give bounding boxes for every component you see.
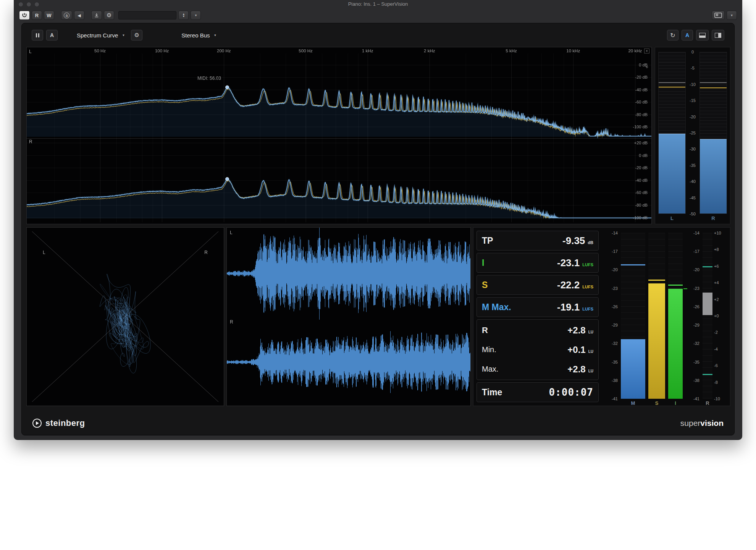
peak-hold-line (700, 82, 727, 83)
loudness-bar-i (668, 233, 683, 399)
loudness-bar-fill (668, 289, 683, 399)
loudness-scale-label: -29 (684, 323, 699, 327)
back-button[interactable]: ◀ (74, 11, 84, 20)
range-mark (703, 374, 712, 375)
close-window-button[interactable] (18, 2, 23, 7)
channel-select[interactable]: Stereo Bus ▼ (179, 31, 219, 40)
midi-note-tooltip: MIDI: 56.03 (197, 76, 221, 81)
plugin-frame: A Spectrum Curve ▼ ⚙ Stereo Bus ▼ ↻ A (21, 23, 735, 435)
titlebar[interactable]: Piano: Ins. 1 – SuperVision (14, 0, 742, 8)
range-scale-label: +8 (714, 247, 728, 252)
loudness-row-s[interactable]: S-22.2LUFS (477, 275, 599, 295)
loudness-row-i[interactable]: I-23.1LUFS (477, 253, 599, 273)
loudness-range-strip (703, 233, 712, 399)
preset-name-field[interactable] (118, 11, 176, 19)
loudness-row-tp[interactable]: TP-9.35dB (477, 231, 599, 251)
sync-button[interactable]: ↻ (667, 30, 678, 40)
add-icon[interactable]: + (645, 64, 648, 70)
range-scale-label: -8 (714, 380, 728, 385)
loudness-scale-label: -14 (603, 231, 618, 235)
sync-icon: ↻ (670, 32, 675, 39)
power-icon (22, 13, 27, 18)
loudness-scale-label: -26 (684, 304, 699, 309)
loudness-scale-label: -23 (603, 286, 618, 291)
module-settings-button[interactable]: ⚙ (131, 30, 142, 40)
close-icon[interactable]: × (644, 49, 649, 53)
brand-name: steinberg (45, 418, 85, 428)
db-tick-label: -80 dB (635, 203, 648, 207)
automation-panel-button[interactable]: a (61, 11, 72, 20)
zoom-window-button[interactable] (34, 2, 39, 7)
level-scale-label: -40 (686, 179, 699, 184)
db-tick-label: -100 dB (633, 125, 648, 129)
write-automation-button[interactable]: W (44, 11, 54, 20)
layout-split-vertical-button[interactable] (712, 30, 724, 40)
level-meter-bar-r (699, 52, 727, 214)
db-tick-label: 0 dB (639, 153, 648, 158)
spectrum-canvas (27, 47, 651, 224)
range-row-unit: LU (588, 349, 593, 354)
loudness-row-unit: LUFS (582, 307, 593, 311)
loudness-bar-m (621, 233, 645, 399)
preset-menu-button[interactable]: ▼ (191, 11, 201, 20)
layout-split-horizontal-button[interactable] (696, 30, 709, 40)
circled-a-icon: a (64, 13, 69, 18)
freq-tick-label: 20 kHz (628, 49, 642, 53)
preset-prev-next-button[interactable]: ▲ ▼ (178, 11, 189, 20)
loudness-scale-label: -20 (603, 267, 618, 272)
db-tick-label: -60 dB (635, 190, 648, 195)
steinberg-logo-icon (32, 419, 42, 428)
chevron-down-icon: ▼ (122, 34, 125, 37)
loudness-row-value: -22.2LUFS (557, 279, 593, 291)
loudness-row-value: -23.1LUFS (557, 257, 593, 269)
phase-scope: L R (26, 227, 224, 406)
waveform-l-label: L (230, 230, 233, 235)
module-select[interactable]: Spectrum Curve ▼ (74, 31, 127, 40)
waveform-display: L R (226, 227, 471, 406)
header-settings-button[interactable]: ⚙ (104, 11, 114, 20)
loudness-scale-label: -41 (684, 396, 699, 401)
range-row-label: Min. (482, 345, 496, 354)
peak-hold-line (659, 82, 685, 83)
level-meter-fill (659, 134, 685, 214)
loudness-scale-label: -17 (603, 249, 618, 254)
loudness-max-marker (648, 280, 665, 281)
product-name: supervision (680, 419, 724, 428)
level-meter-bar-l (658, 52, 686, 214)
traffic-lights (18, 2, 39, 7)
header-menu-button[interactable]: ▼ (727, 11, 737, 20)
freq-tick-label: 200 Hz (217, 49, 231, 53)
range-scale-label: +10 (714, 231, 728, 235)
module-select-value: Spectrum Curve (77, 32, 118, 39)
pause-button[interactable] (32, 30, 43, 40)
db-tick-label: -40 dB (635, 87, 648, 92)
editor-view-button[interactable] (712, 11, 725, 20)
minimize-window-button[interactable] (26, 2, 31, 7)
back-arrow-icon: ◀ (78, 13, 81, 18)
loudness-range-row-min: Min.+0.1LU (482, 340, 593, 359)
plugin-header-toolbar: R W a ◀ ⚙ ▲ ▼ (14, 8, 742, 22)
range-row-label: R (482, 325, 488, 335)
freq-tick-label: 50 Hz (94, 49, 106, 53)
level-scale-label: -5 (686, 66, 699, 70)
slot-a-button[interactable]: A (46, 30, 58, 40)
chevron-down-icon: ▼ (194, 14, 197, 17)
range-row-unit: LU (588, 330, 593, 334)
loudness-bar-fill (621, 339, 645, 399)
compare-a-button[interactable]: A (682, 30, 693, 40)
loudness-scale-label: -38 (684, 378, 699, 383)
insert-position-button[interactable] (91, 11, 102, 20)
loudness-bar-label: I (668, 400, 683, 406)
loudness-meter: -14-14-17-17-20-20-23-23-26-26-29-29-32-… (602, 228, 730, 406)
read-automation-button[interactable]: R (32, 11, 42, 20)
db-tick-label: +20 dB (634, 141, 648, 145)
scope-l-label: L (43, 250, 45, 255)
loudness-row-mmax[interactable]: M Max.-19.1LUFS (477, 297, 599, 317)
window-title: Piano: Ins. 1 – SuperVision (14, 0, 742, 8)
level-scale-label: 0 (686, 50, 699, 54)
level-scale-label: -25 (686, 131, 699, 135)
range-row-value: +2.8LU (567, 325, 593, 336)
bypass-button[interactable] (19, 11, 30, 20)
product-name-bold: vision (700, 419, 724, 427)
spectrum-display[interactable]: 50 Hz100 Hz200 Hz500 Hz1 kHz2 kHz5 kHz10… (26, 47, 652, 224)
